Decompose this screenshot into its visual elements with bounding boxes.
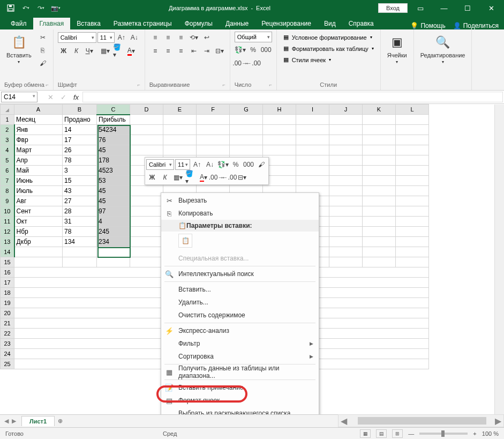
increase-indent-icon[interactable]: ⇥: [201, 45, 213, 57]
align-bottom-icon[interactable]: ≡: [175, 32, 187, 43]
percent-icon[interactable]: %: [247, 44, 259, 56]
cm-insert[interactable]: Вставить...: [161, 283, 319, 296]
mini-border-icon[interactable]: ▦▾: [172, 172, 184, 183]
tab-view[interactable]: Вид: [318, 18, 342, 29]
number-format-select[interactable]: Общий: [235, 32, 272, 42]
zoom-in-icon[interactable]: +: [473, 430, 476, 437]
col-header[interactable]: H: [263, 105, 296, 115]
alignment-launcher[interactable]: ⌐: [222, 82, 225, 87]
comma-icon[interactable]: 000: [260, 44, 272, 56]
cell[interactable]: Продано: [63, 115, 97, 125]
cm-smart-lookup[interactable]: 🔍Интеллектуальный поиск: [161, 267, 319, 280]
cancel-formula-icon[interactable]: ✕: [44, 93, 57, 101]
paste-button[interactable]: 📋 Вставить ▾: [4, 32, 34, 66]
name-box[interactable]: C14: [1, 92, 37, 102]
row-header[interactable]: 1: [1, 115, 14, 125]
redo-icon[interactable]: ↷▾: [35, 3, 46, 13]
normal-view-icon[interactable]: ▦: [360, 429, 371, 438]
sheet-next-icon[interactable]: ▶: [12, 418, 16, 425]
tab-formulas[interactable]: Формулы: [178, 18, 219, 29]
fx-icon[interactable]: fx: [70, 93, 82, 101]
tab-home[interactable]: Главная: [33, 18, 71, 29]
number-launcher[interactable]: ⌐: [269, 82, 272, 87]
decrease-indent-icon[interactable]: ⇤: [188, 45, 200, 57]
camera-icon[interactable]: 📷▾: [50, 3, 61, 13]
align-middle-icon[interactable]: ≡: [162, 32, 174, 43]
cell[interactable]: Месяц: [14, 115, 63, 125]
cm-clear[interactable]: Очистить содержимое: [161, 309, 319, 322]
h-scrollbar[interactable]: ◀▶: [338, 414, 504, 427]
row-header[interactable]: 3: [1, 135, 14, 145]
col-header[interactable]: L: [396, 105, 429, 115]
zoom-slider[interactable]: [419, 433, 468, 435]
font-launcher[interactable]: ⌐: [137, 82, 140, 87]
fill-color-icon[interactable]: 🪣▾: [112, 45, 124, 57]
row-header[interactable]: 12: [1, 227, 14, 237]
zoom-out-icon[interactable]: —: [408, 430, 414, 437]
tab-file[interactable]: Файл: [4, 18, 33, 29]
mini-fill-icon[interactable]: 🪣▾: [185, 172, 197, 183]
font-size-select[interactable]: 11: [97, 32, 115, 43]
maximize-icon[interactable]: ☐: [457, 0, 478, 16]
align-top-icon[interactable]: ≡: [149, 32, 161, 43]
format-table-button[interactable]: ▦Форматировать как таблицу▾: [281, 44, 376, 53]
cell[interactable]: Прибыль: [97, 115, 130, 125]
cm-insert-comment[interactable]: 📝Вставить примечание: [161, 381, 319, 394]
currency-icon[interactable]: 💱▾: [235, 44, 246, 56]
row-header[interactable]: 4: [1, 145, 14, 155]
page-break-icon[interactable]: ⊞: [392, 429, 403, 438]
close-icon[interactable]: ✕: [480, 0, 502, 16]
align-right-icon[interactable]: ≡: [175, 45, 187, 57]
conditional-format-button[interactable]: ▦Условное форматирование▾: [281, 33, 374, 42]
tab-page-layout[interactable]: Разметка страницы: [107, 18, 178, 29]
cut-icon[interactable]: ✂: [37, 32, 49, 43]
row-header[interactable]: 13: [1, 237, 14, 247]
cell-styles-button[interactable]: ▦Стили ячеек▾: [281, 55, 333, 64]
cm-get-table-data[interactable]: ▦Получить данные из таблицы или диапазон…: [161, 366, 319, 378]
row-header[interactable]: 15: [1, 257, 14, 267]
page-layout-icon[interactable]: ▤: [376, 429, 387, 438]
save-icon[interactable]: [5, 3, 16, 13]
decrease-decimal-icon[interactable]: ←.00: [247, 57, 259, 69]
cm-delete[interactable]: Удалить...: [161, 296, 319, 309]
col-header-d[interactable]: D: [130, 105, 163, 115]
cm-sort[interactable]: Сортировка▶: [161, 350, 319, 363]
clipboard-launcher[interactable]: ⌐: [46, 82, 48, 87]
mini-size-select[interactable]: 11: [175, 159, 190, 170]
col-header[interactable]: E: [163, 105, 197, 115]
formula-input[interactable]: [82, 92, 503, 102]
cm-quick-analysis[interactable]: ⚡Экспресс-анализ: [161, 324, 319, 337]
row-header[interactable]: 2: [1, 125, 14, 135]
col-header[interactable]: G: [230, 105, 263, 115]
mini-percent-icon[interactable]: %: [230, 159, 242, 170]
paste-default-icon[interactable]: 📋: [178, 234, 192, 248]
zoom-level[interactable]: 100 %: [482, 430, 499, 437]
col-header-b[interactable]: B: [63, 105, 97, 115]
cells-button[interactable]: ▣ Ячейки ▾: [385, 32, 409, 66]
cm-format-cells[interactable]: ▤Формат ячеек...: [161, 394, 319, 407]
mini-font-select[interactable]: Calibri: [146, 159, 174, 170]
v-scrollbar[interactable]: [494, 105, 504, 414]
cm-cut[interactable]: ✂Вырезать: [161, 194, 319, 207]
mini-format-painter-icon[interactable]: 🖌: [255, 159, 267, 170]
col-header[interactable]: J: [329, 105, 363, 115]
accept-formula-icon[interactable]: ✓: [57, 93, 70, 101]
tab-help[interactable]: Справка: [342, 18, 380, 29]
row-header[interactable]: 7: [1, 176, 14, 186]
minimize-icon[interactable]: —: [433, 0, 455, 16]
sheet-tab[interactable]: Лист1: [21, 416, 55, 426]
mini-italic-button[interactable]: К: [159, 172, 171, 183]
share-button[interactable]: 👤Поделиться: [453, 22, 499, 29]
mini-dec-decimal-icon[interactable]: ←.00: [223, 172, 235, 183]
select-all-corner[interactable]: ◢: [1, 105, 14, 115]
mini-currency-icon[interactable]: 💱▾: [217, 159, 229, 170]
mini-increase-font-icon[interactable]: A↑: [191, 159, 203, 170]
mini-comma-icon[interactable]: 000: [243, 159, 254, 170]
border-icon[interactable]: ▦▾: [100, 45, 111, 57]
tab-data[interactable]: Данные: [219, 18, 255, 29]
merge-icon[interactable]: ⊟▾: [214, 45, 225, 57]
editing-button[interactable]: 🔍 Редактирование ▾: [418, 32, 468, 66]
mini-decrease-font-icon[interactable]: A↓: [204, 159, 216, 170]
underline-button[interactable]: Ч▾: [84, 45, 95, 57]
mini-merge-icon[interactable]: ⊟▾: [236, 172, 248, 183]
